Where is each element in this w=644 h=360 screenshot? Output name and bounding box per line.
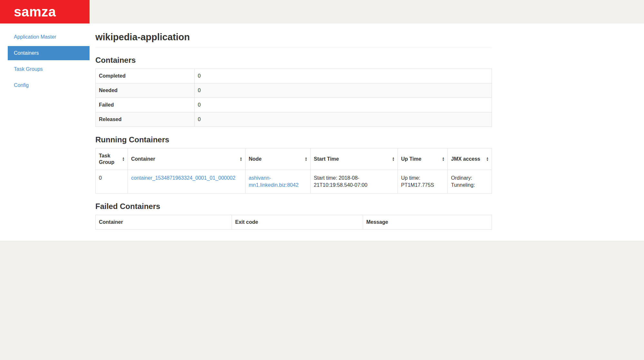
column-header-label: Start Time <box>314 156 339 162</box>
sort-down-arrow: ▼ <box>486 159 489 161</box>
jmx-access-cell: Ordinary: Tunneling: <box>448 170 492 194</box>
sort-icon: ▲▼ <box>486 157 489 161</box>
column-header-up-time[interactable]: Up Time ▲▼ <box>398 148 448 170</box>
row-value: 0 <box>195 112 492 127</box>
sort-icon: ▲▼ <box>392 157 395 161</box>
column-header-jmx-access[interactable]: JMX access ▲▼ <box>448 148 492 170</box>
failed-containers-table: Container Exit code Message <box>95 215 492 230</box>
table-row: Needed 0 <box>96 83 492 98</box>
column-header-message: Message <box>363 215 492 230</box>
column-header-container[interactable]: Container ▲▼ <box>128 148 245 170</box>
table-row: Completed 0 <box>96 69 492 83</box>
sidebar: Application Master Containers Task Group… <box>0 24 90 94</box>
sidebar-item-config[interactable]: Config <box>8 78 90 92</box>
container-cell: container_1534871963324_0001_01_000002 <box>128 170 245 194</box>
column-header-label: Up Time <box>401 156 421 162</box>
sidebar-item-application-master[interactable]: Application Master <box>8 30 90 44</box>
sort-icon: ▲▼ <box>305 157 307 161</box>
sidebar-nav: Application Master Containers Task Group… <box>8 30 90 92</box>
header-row: Task Group ▲▼ Container ▲▼ Node ▲▼ Start… <box>96 148 492 170</box>
sort-icon: ▲▼ <box>240 157 242 161</box>
node-cell: ashivann-mn1.linkedin.biz:8042 <box>245 170 311 194</box>
sort-down-arrow: ▼ <box>240 159 242 161</box>
sort-down-arrow: ▼ <box>305 159 307 161</box>
sort-down-arrow: ▼ <box>122 159 125 161</box>
row-value: 0 <box>195 69 492 83</box>
row-label: Completed <box>96 69 195 83</box>
row-label: Failed <box>96 98 195 112</box>
row-label: Needed <box>96 83 195 98</box>
section-heading-failed-containers: Failed Containers <box>95 202 492 211</box>
sort-down-arrow: ▼ <box>392 159 395 161</box>
sort-icon: ▲▼ <box>122 157 125 161</box>
page-footer <box>0 241 644 360</box>
sidebar-item-containers[interactable]: Containers <box>8 46 90 60</box>
up-time-cell: Up time: PT1M17.775S <box>398 170 448 194</box>
node-link[interactable]: ashivann-mn1.linkedin.biz:8042 <box>249 175 299 188</box>
page-title: wikipedia-application <box>95 32 492 43</box>
row-value: 0 <box>195 98 492 112</box>
table-row: Released 0 <box>96 112 492 127</box>
top-bar: samza <box>0 0 644 24</box>
column-header-task-group[interactable]: Task Group ▲▼ <box>96 148 128 170</box>
sort-icon: ▲▼ <box>442 157 445 161</box>
column-header-exit-code: Exit code <box>232 215 363 230</box>
table-row: 0 container_1534871963324_0001_01_000002… <box>96 170 492 194</box>
section-heading-running-containers: Running Containers <box>95 135 492 144</box>
samza-logo[interactable]: samza <box>0 0 90 24</box>
sort-down-arrow: ▼ <box>442 159 445 161</box>
table-row: Failed 0 <box>96 98 492 112</box>
running-containers-table: Task Group ▲▼ Container ▲▼ Node ▲▼ Start… <box>95 148 492 194</box>
column-header-node[interactable]: Node ▲▼ <box>245 148 311 170</box>
column-header-container: Container <box>96 215 232 230</box>
column-header-start-time[interactable]: Start Time ▲▼ <box>311 148 398 170</box>
column-header-label: Task Group <box>99 153 114 165</box>
row-value: 0 <box>195 83 492 98</box>
sidebar-item-task-groups[interactable]: Task Groups <box>8 62 90 76</box>
column-header-label: Node <box>249 156 262 162</box>
column-header-label: JMX access <box>451 156 480 162</box>
containers-summary-table: Completed 0 Needed 0 Failed 0 Released 0 <box>95 69 492 127</box>
samza-logo-text: samza <box>14 4 56 20</box>
main-content: wikipedia-application Containers Complet… <box>95 24 492 230</box>
column-header-label: Container <box>131 156 155 162</box>
title-divider <box>95 47 492 47</box>
header-row: Container Exit code Message <box>96 215 492 230</box>
task-group-cell: 0 <box>96 170 128 194</box>
container-link[interactable]: container_1534871963324_0001_01_000002 <box>131 175 235 181</box>
start-time-cell: Start time: 2018-08-21T10:19:58.540-07:0… <box>311 170 398 194</box>
row-label: Released <box>96 112 195 127</box>
section-heading-containers: Containers <box>95 56 492 65</box>
page-body: Application Master Containers Task Group… <box>0 24 644 241</box>
